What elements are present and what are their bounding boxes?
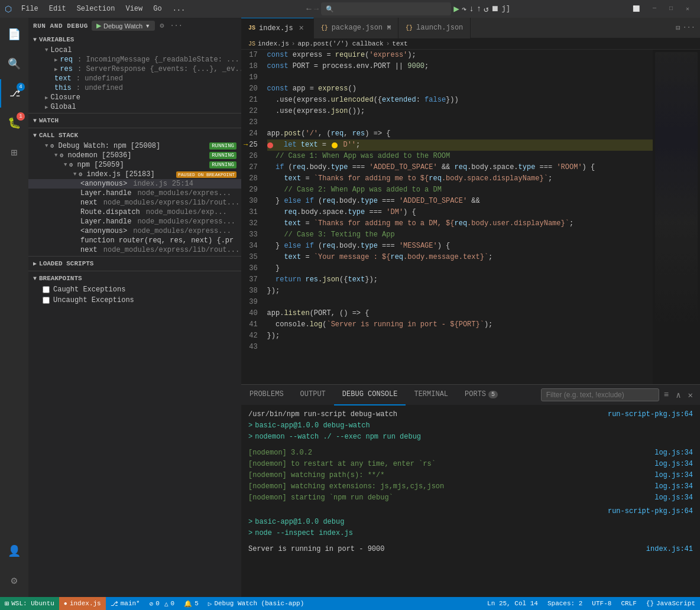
local-group[interactable]: ▼ Local [28,46,241,55]
frame-route-dispatch[interactable]: Route.dispatch node_modules/exp... [28,207,241,217]
var-text[interactable]: text : undefined [28,74,241,83]
menu-file[interactable]: File [17,4,43,14]
code-line-18: const PORT = process.env.PORT || 9000; [267,61,653,72]
frame-layer-handle-1[interactable]: Layer.handle node_modules/expres... [28,189,241,198]
breakpoints-section[interactable]: ▼ BREAKPOINTS [28,272,241,284]
layout-icon[interactable]: ⬜ [627,3,646,15]
step-out-btn[interactable]: ↑ [477,4,481,14]
activity-debug[interactable]: 🐛 1 [0,109,28,137]
code-editor[interactable]: 17 18 19 20 21 22 23 24 → 25 26 27 [241,50,700,384]
var-res[interactable]: ▶ res : ServerResponse {_events: {...}, … [28,64,241,74]
frame-anonymous[interactable]: <anonymous> index.js 25:14 [28,179,241,189]
bc-fn[interactable]: app.post('/') callback [297,40,383,47]
console-cmd1-link[interactable]: run-script-pkg.js:64 [608,409,693,420]
nodemon-start-link[interactable]: log.js:34 [654,492,693,503]
nav-back-btn[interactable]: ← [306,4,311,14]
continue-btn[interactable]: ▶ [453,3,459,15]
branch-name: main* [121,600,140,607]
menu-edit[interactable]: Edit [44,4,71,14]
panel-tab-problems[interactable]: PROBLEMS [241,385,292,405]
more-btn[interactable]: ··· [168,21,184,31]
run-debug-header: RUN AND DEBUG ▶ Debug Watch ▼ ⚙ ··· [28,18,241,34]
panel-scroll-up[interactable]: ∧ [673,389,683,401]
panel-tab-output[interactable]: OUTPUT [292,385,334,405]
step-over-btn[interactable]: ↷ [462,4,466,14]
activity-account[interactable]: 👤 [0,537,28,565]
frame-layer-handle-2[interactable]: Layer.handle node_modules/express... [28,217,241,226]
menu-view[interactable]: View [121,4,147,14]
maximize-btn[interactable]: □ [663,3,679,15]
watch-section[interactable]: ▼ WATCH [28,115,241,126]
activity-search[interactable]: 🔍 [0,50,28,78]
debug-badge: 1 [17,112,25,121]
filter-input[interactable] [541,388,659,401]
minimize-btn[interactable]: ─ [647,3,662,15]
status-debug-session[interactable]: ▷ Debug Watch (basic-app) [203,597,309,610]
frame-next-1[interactable]: next node_modules/express/lib/rout... [28,198,241,207]
activity-extensions[interactable]: ⊞ [0,138,28,167]
closure-group[interactable]: ▶ Closure [28,93,241,102]
var-this[interactable]: this : undefined [28,83,241,93]
activity-explorer[interactable]: 📄 [0,20,28,48]
debug-config-label: Debug Watch [103,22,142,30]
split-editor-btn[interactable]: ⊟ [676,24,680,33]
tab-launchjson[interactable]: {} launch.json [398,18,471,38]
bc-file[interactable]: index.js [258,40,289,47]
divider-4 [28,271,241,271]
panel-filter-btn[interactable]: ≡ [662,389,671,401]
callstack-section[interactable]: ▼ CALL STACK [28,129,241,141]
gear-btn[interactable]: ⚙ [158,20,165,31]
var-req[interactable]: ▶ req : IncomingMessage {_readableState:… [28,55,241,64]
frame-next-2[interactable]: next node_modules/express/lib/rout... [28,245,241,255]
frame-function-router[interactable]: function router(req, res, next) {.pr [28,236,241,245]
status-remote[interactable]: ⊞ WSL: Ubuntu [0,597,59,610]
terminal-label: TERMINAL [414,390,448,398]
menu-go[interactable]: Go [148,4,166,14]
debug-watch-btn[interactable]: ▶ Debug Watch ▼ [92,21,155,31]
panel-close-btn[interactable]: ✕ [686,389,695,401]
nodemon-ext-link[interactable]: log.js:34 [654,481,693,492]
close-btn[interactable]: ✕ [680,3,695,15]
status-debug-active[interactable]: ● index.js [59,597,106,610]
restart-btn[interactable]: ↺ [484,4,488,14]
activity-settings[interactable]: ⚙ [0,566,28,595]
thread-indexjs[interactable]: ▼ ⚙ index.js [25183] PAUSED ON BREAKPOIN… [28,170,241,179]
menu-selection[interactable]: Selection [72,4,120,14]
status-branch[interactable]: ⎇ main* [106,597,145,610]
nodemon-restart-link[interactable]: log.js:34 [654,459,693,469]
tab-packagejson[interactable]: {} package.json M [314,18,398,38]
code-content[interactable]: const express = require('express'); cons… [265,50,653,384]
nav-forward-btn[interactable]: → [314,4,319,14]
global-group[interactable]: ▶ Global [28,102,241,112]
bp-uncaught-checkbox[interactable] [43,297,50,304]
panel-tab-terminal[interactable]: TERMINAL [406,385,456,405]
status-language[interactable]: {} JavaScript [641,597,700,610]
nodemon-path-link[interactable]: log.js:34 [654,470,693,481]
status-spaces[interactable]: Spaces: 2 [543,597,587,610]
tab-indexjs-close[interactable]: × [297,24,306,33]
run-script-link[interactable]: run-script-pkg.js:64 [248,506,693,517]
status-errors[interactable]: ⊘ 0 △ 0 [145,597,179,610]
status-encoding[interactable]: UTF-8 [587,597,616,610]
tab-indexjs[interactable]: JS index.js × [241,18,314,38]
thread-nodemon[interactable]: ▼ ⚙ nodemon [25036] RUNNING [28,151,241,160]
more-editors-btn[interactable]: ··· [682,24,695,32]
panel-tab-debug-console[interactable]: DEBUG CONSOLE [334,385,406,405]
status-bell[interactable]: 🔔 5 [179,597,203,610]
step-into-btn[interactable]: ↓ [469,4,474,14]
console-server-link[interactable]: index.js:41 [646,544,693,554]
bc-var[interactable]: text [392,40,407,47]
activity-source-control[interactable]: ⎇ 4 [0,79,28,108]
loaded-scripts-section[interactable]: ▶ LOADED SCRIPTS [28,258,241,270]
status-cursor[interactable]: Ln 25, Col 14 [482,597,543,610]
status-eol[interactable]: CRLF [616,597,641,610]
frame-anonymous-2[interactable]: <anonymous> node_modules/express... [28,226,241,236]
panel-tab-ports[interactable]: PORTS 5 [456,385,506,405]
bp-caught-checkbox[interactable] [43,286,50,293]
nodemon-ver-link[interactable]: log.js:34 [654,447,693,458]
stop-btn[interactable]: ⏹ [491,4,499,14]
thread-npm[interactable]: ▼ ⚙ npm [25059] RUNNING [28,160,241,170]
thread-debugwatch[interactable]: ▼ ⚙ Debug Watch: npm [25008] RUNNING [28,141,241,151]
menu-more[interactable]: ... [168,4,190,14]
variables-section[interactable]: ▼ VARIABLES [28,34,241,46]
